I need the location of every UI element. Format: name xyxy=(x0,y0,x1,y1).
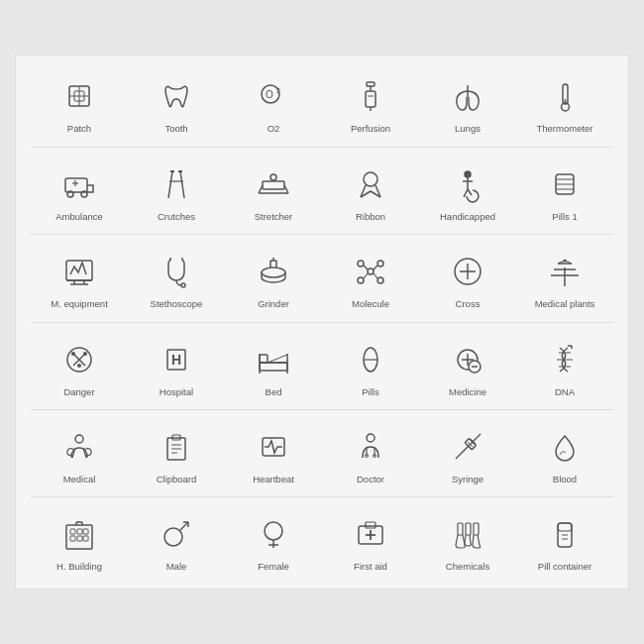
icon-stethoscope[interactable]: Stethoscope xyxy=(128,241,225,315)
svg-line-22 xyxy=(180,171,184,198)
svg-point-53 xyxy=(262,268,285,277)
grinder-icon xyxy=(251,249,296,294)
medical-label: Medical xyxy=(63,474,96,484)
icon-heartbeat[interactable]: Heartbeat xyxy=(225,416,322,490)
row-divider-4 xyxy=(31,409,613,410)
icon-pills1[interactable]: Pills 1 xyxy=(516,154,613,228)
svg-line-121 xyxy=(477,434,481,438)
crutches-icon xyxy=(154,161,199,207)
icon-lungs[interactable]: Lungs xyxy=(419,65,516,140)
icon-doctor[interactable]: Doctor xyxy=(322,416,419,490)
icon-blood[interactable]: Blood xyxy=(516,416,613,490)
mequipment-icon xyxy=(56,249,102,294)
svg-line-92 xyxy=(268,355,287,363)
hbuilding-label: H. Building xyxy=(56,561,102,572)
icon-hbuilding[interactable]: H. Building xyxy=(31,503,128,578)
lungs-icon xyxy=(445,73,490,119)
icon-hospital[interactable]: H Hospital xyxy=(128,329,225,403)
row-divider-3 xyxy=(31,322,613,323)
icon-medicine[interactable]: Medicine xyxy=(419,329,516,403)
icon-male[interactable]: Male xyxy=(128,503,225,578)
icon-pillcontainer[interactable]: Pill container xyxy=(516,503,613,578)
icon-stretcher[interactable]: Stretcher xyxy=(225,154,322,228)
svg-line-63 xyxy=(364,266,368,269)
icon-pills[interactable]: Pills xyxy=(322,329,419,403)
svg-rect-9 xyxy=(366,91,376,107)
icon-medicalplants[interactable]: Medical plants xyxy=(516,241,613,315)
icon-panel: Patch Tooth O 2 O2 xyxy=(15,54,629,589)
svg-point-59 xyxy=(358,261,364,267)
icon-cross[interactable]: Cross xyxy=(419,241,516,315)
syringe-label: Syringe xyxy=(452,474,483,484)
tooth-icon xyxy=(154,73,199,119)
cross-icon xyxy=(445,249,490,294)
icon-o2[interactable]: O 2 O2 xyxy=(225,65,322,140)
heartbeat-label: Heartbeat xyxy=(253,474,294,484)
svg-text:O: O xyxy=(266,89,273,100)
blood-icon xyxy=(542,424,588,470)
medicalplants-icon xyxy=(542,249,588,294)
mequipment-label: M. equipment xyxy=(51,298,108,309)
icon-ambulance[interactable]: Ambulance xyxy=(31,154,128,228)
icon-female[interactable]: Female xyxy=(225,503,322,578)
svg-point-62 xyxy=(377,277,383,283)
svg-text:2: 2 xyxy=(276,87,280,94)
svg-line-28 xyxy=(284,185,288,193)
icon-dna[interactable]: DNA xyxy=(516,329,613,403)
svg-point-139 xyxy=(265,522,282,540)
icon-patch[interactable]: Patch xyxy=(31,65,128,140)
icon-medical[interactable]: Medical xyxy=(31,416,128,490)
pills1-label: Pills 1 xyxy=(552,211,577,222)
icon-tooth[interactable]: Tooth xyxy=(128,65,225,140)
icon-firstaid[interactable]: First aid xyxy=(322,503,419,578)
svg-rect-130 xyxy=(77,536,82,541)
icon-syringe[interactable]: Syringe xyxy=(419,416,516,490)
svg-line-64 xyxy=(374,266,377,269)
dna-icon xyxy=(542,337,588,382)
patch-icon xyxy=(56,73,102,119)
svg-line-21 xyxy=(168,171,172,198)
pills-icon xyxy=(348,337,393,382)
stretcher-icon xyxy=(251,161,296,207)
svg-point-29 xyxy=(270,174,276,180)
icon-grinder[interactable]: Grinder xyxy=(225,241,322,315)
icon-bed[interactable]: Bed xyxy=(225,329,322,403)
dna-label: DNA xyxy=(555,386,575,397)
icon-thermometer[interactable]: Thermometer xyxy=(516,65,613,140)
svg-point-60 xyxy=(377,261,383,267)
svg-line-40 xyxy=(468,189,472,195)
icon-perfusion[interactable]: Perfusion xyxy=(322,65,419,140)
svg-rect-26 xyxy=(263,181,284,189)
svg-line-66 xyxy=(374,273,377,278)
hospital-label: Hospital xyxy=(160,386,193,397)
icon-handicapped[interactable]: Handicapped xyxy=(419,154,516,228)
male-label: Male xyxy=(166,561,187,572)
icon-mequipment[interactable]: M. equipment xyxy=(31,241,128,315)
icon-clipboard[interactable]: Clipboard xyxy=(128,416,225,490)
icon-molecule[interactable]: Molecule xyxy=(322,241,419,315)
firstaid-icon xyxy=(348,511,393,557)
danger-icon xyxy=(56,337,102,382)
bed-label: Bed xyxy=(266,386,282,397)
pills1-icon xyxy=(542,161,588,207)
icon-chemicals[interactable]: Chemicals xyxy=(419,503,516,578)
svg-rect-126 xyxy=(70,529,75,534)
pillcontainer-icon xyxy=(542,511,588,557)
svg-rect-147 xyxy=(466,523,471,535)
stethoscope-icon xyxy=(154,249,199,294)
firstaid-label: First aid xyxy=(354,561,387,572)
clipboard-label: Clipboard xyxy=(157,474,197,484)
svg-rect-129 xyxy=(70,536,75,541)
ambulance-label: Ambulance xyxy=(55,211,103,222)
hospital-icon: H xyxy=(154,337,199,382)
tooth-label: Tooth xyxy=(164,123,187,134)
icon-ribbon[interactable]: Ribbon xyxy=(322,154,419,228)
handicapped-icon xyxy=(445,161,490,207)
icon-crutches[interactable]: Crutches xyxy=(128,154,225,228)
row-divider-1 xyxy=(31,147,613,148)
lungs-label: Lungs xyxy=(455,123,481,134)
molecule-icon xyxy=(348,249,393,294)
medicine-label: Medicine xyxy=(449,386,486,397)
svg-rect-148 xyxy=(474,523,479,535)
icon-danger[interactable]: Danger xyxy=(31,329,128,403)
